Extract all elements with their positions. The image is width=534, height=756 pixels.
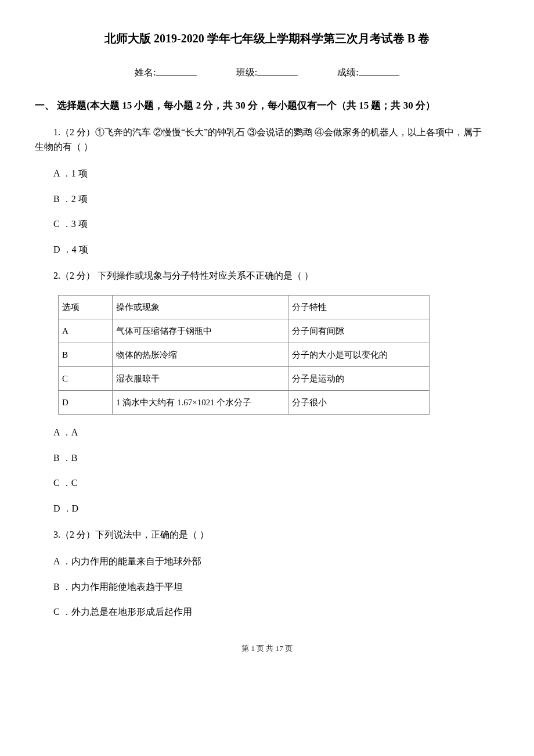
- cell-h2: 操作或现象: [113, 295, 288, 319]
- q1-option-c: C ．3 项: [53, 217, 499, 232]
- cell-d2: 1 滴水中大约有 1.67×1021 个水分子: [113, 390, 288, 414]
- table-row: C 湿衣服晾干 分子是运动的: [59, 366, 430, 390]
- class-label: 班级:: [236, 67, 257, 77]
- q2-table: 选项 操作或现象 分子特性 A 气体可压缩储存于钢瓶中 分子间有间隙 B 物体的…: [58, 295, 430, 415]
- cell-c2: 湿衣服晾干: [113, 366, 288, 390]
- cell-a2: 气体可压缩储存于钢瓶中: [113, 319, 288, 343]
- q3-option-c: C ．外力总是在地形形成后起作用: [53, 604, 499, 620]
- q2-option-a: A ．A: [53, 425, 499, 440]
- table-row: 选项 操作或现象 分子特性: [59, 295, 430, 319]
- table-row: B 物体的热胀冷缩 分子的大小是可以变化的: [59, 343, 430, 366]
- q2-option-c: C ．C: [53, 476, 499, 491]
- cell-c1: C: [59, 366, 113, 390]
- score-blank[interactable]: [359, 66, 399, 75]
- page-footer: 第 1 页 共 17 页: [35, 643, 499, 655]
- q1-option-a: A ．1 项: [53, 166, 499, 181]
- name-blank[interactable]: [156, 66, 197, 75]
- class-blank[interactable]: [257, 66, 298, 75]
- q2-option-b: B ．B: [53, 451, 499, 466]
- info-line: 姓名: 班级: 成绩:: [35, 65, 499, 80]
- cell-a1: A: [59, 319, 113, 343]
- cell-h1: 选项: [59, 295, 113, 319]
- score-label: 成绩:: [337, 67, 358, 77]
- cell-b2: 物体的热胀冷缩: [113, 343, 288, 366]
- q2-stem: 2.（2 分） 下列操作或现象与分子特性对应关系不正确的是（ ）: [35, 268, 499, 283]
- q3-option-a: A ．内力作用的能量来自于地球外部: [53, 554, 499, 569]
- section-heading: 一、 选择题(本大题 15 小题，每小题 2 分，共 30 分，每小题仅有一个（…: [35, 98, 499, 113]
- cell-c3: 分子是运动的: [288, 366, 430, 390]
- cell-a3: 分子间有间隙: [288, 319, 430, 343]
- q1-stem: 1.（2 分）①飞奔的汽车 ②慢慢“长大”的钟乳石 ③会说话的鹦鹉 ④会做家务的…: [35, 125, 499, 154]
- cell-b3: 分子的大小是可以变化的: [288, 343, 430, 366]
- page-title: 北师大版 2019-2020 学年七年级上学期科学第三次月考试卷 B 卷: [35, 29, 499, 48]
- cell-d3: 分子很小: [288, 390, 430, 414]
- q3-stem: 3.（2 分）下列说法中，正确的是（ ）: [35, 527, 499, 542]
- q3-option-b: B ．内力作用能使地表趋于平坦: [53, 579, 499, 595]
- cell-h3: 分子特性: [288, 295, 430, 319]
- q1-option-d: D ．4 项: [53, 242, 499, 257]
- table-row: D 1 滴水中大约有 1.67×1021 个水分子 分子很小: [59, 390, 430, 414]
- table-row: A 气体可压缩储存于钢瓶中 分子间有间隙: [59, 319, 430, 343]
- q1-option-b: B ．2 项: [53, 192, 499, 207]
- q1-stem-line1: 1.（2 分）①飞奔的汽车 ②慢慢“长大”的钟乳石 ③会说话的鹦鹉 ④会做家务的…: [35, 125, 482, 140]
- q1-stem-line2: 生物的有（ ）: [35, 142, 93, 152]
- q2-option-d: D ．D: [53, 501, 499, 516]
- name-label: 姓名:: [135, 67, 156, 77]
- cell-b1: B: [59, 343, 113, 366]
- cell-d1: D: [59, 390, 113, 414]
